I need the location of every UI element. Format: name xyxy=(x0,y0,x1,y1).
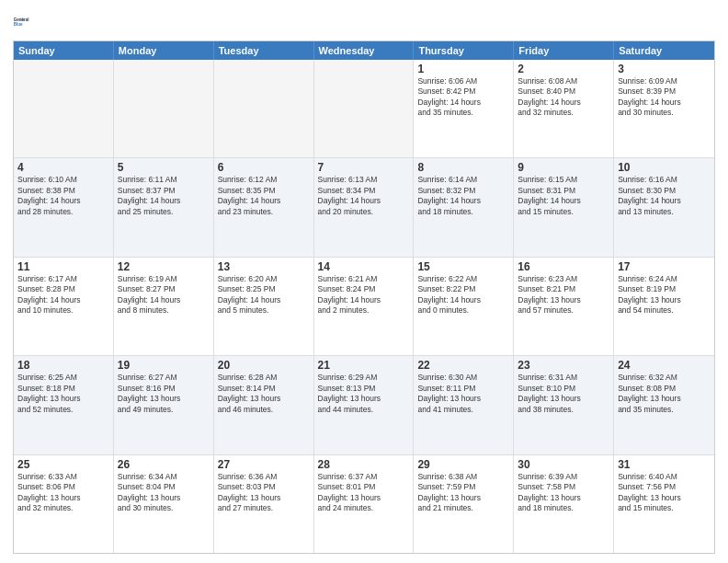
day-number: 21 xyxy=(318,359,410,372)
calendar: SundayMondayTuesdayWednesdayThursdayFrid… xyxy=(13,40,715,554)
calendar-cell: 16Sunrise: 6:23 AM Sunset: 8:21 PM Dayli… xyxy=(514,258,614,355)
day-info: Sunrise: 6:38 AM Sunset: 7:59 PM Dayligh… xyxy=(417,472,509,514)
day-of-week-header: Wednesday xyxy=(314,41,415,60)
calendar-cell: 25Sunrise: 6:33 AM Sunset: 8:06 PM Dayli… xyxy=(14,455,114,553)
day-number: 3 xyxy=(618,63,711,75)
calendar-cell: 29Sunrise: 6:38 AM Sunset: 7:59 PM Dayli… xyxy=(414,455,514,553)
day-number: 15 xyxy=(417,260,509,273)
day-number: 29 xyxy=(417,458,509,471)
calendar-cell: 19Sunrise: 6:27 AM Sunset: 8:16 PM Dayli… xyxy=(114,356,214,454)
day-info: Sunrise: 6:34 AM Sunset: 8:04 PM Dayligh… xyxy=(118,472,210,514)
calendar-row: 1Sunrise: 6:06 AM Sunset: 8:42 PM Daylig… xyxy=(14,60,714,158)
day-info: Sunrise: 6:39 AM Sunset: 7:58 PM Dayligh… xyxy=(518,472,609,514)
day-info: Sunrise: 6:11 AM Sunset: 8:37 PM Dayligh… xyxy=(118,175,210,217)
calendar-cell: 28Sunrise: 6:37 AM Sunset: 8:01 PM Dayli… xyxy=(314,455,415,553)
day-info: Sunrise: 6:10 AM Sunset: 8:38 PM Dayligh… xyxy=(17,175,109,217)
calendar-row: 18Sunrise: 6:25 AM Sunset: 8:18 PM Dayli… xyxy=(14,356,714,454)
day-number: 1 xyxy=(417,63,509,75)
calendar-cell: 23Sunrise: 6:31 AM Sunset: 8:10 PM Dayli… xyxy=(514,356,614,454)
day-number: 28 xyxy=(318,458,410,471)
day-info: Sunrise: 6:21 AM Sunset: 8:24 PM Dayligh… xyxy=(318,274,410,316)
day-of-week-header: Thursday xyxy=(414,41,514,60)
day-number: 5 xyxy=(118,161,210,174)
calendar-cell: 5Sunrise: 6:11 AM Sunset: 8:37 PM Daylig… xyxy=(114,158,214,256)
day-number: 25 xyxy=(17,458,109,471)
calendar-cell: 3Sunrise: 6:09 AM Sunset: 8:39 PM Daylig… xyxy=(614,60,714,157)
day-number: 30 xyxy=(518,458,609,471)
day-info: Sunrise: 6:13 AM Sunset: 8:34 PM Dayligh… xyxy=(318,175,410,217)
calendar-cell: 21Sunrise: 6:29 AM Sunset: 8:13 PM Dayli… xyxy=(314,356,415,454)
calendar-cell: 18Sunrise: 6:25 AM Sunset: 8:18 PM Dayli… xyxy=(14,356,114,454)
day-of-week-header: Friday xyxy=(514,41,614,60)
day-info: Sunrise: 6:27 AM Sunset: 8:16 PM Dayligh… xyxy=(118,373,210,415)
day-info: Sunrise: 6:20 AM Sunset: 8:25 PM Dayligh… xyxy=(218,274,310,316)
calendar-cell xyxy=(314,60,415,157)
calendar-cell: 6Sunrise: 6:12 AM Sunset: 8:35 PM Daylig… xyxy=(214,158,314,256)
logo: General Blue xyxy=(13,9,39,35)
day-info: Sunrise: 6:36 AM Sunset: 8:03 PM Dayligh… xyxy=(218,472,310,514)
day-info: Sunrise: 6:24 AM Sunset: 8:19 PM Dayligh… xyxy=(618,274,711,316)
calendar-cell: 15Sunrise: 6:22 AM Sunset: 8:22 PM Dayli… xyxy=(414,258,514,355)
day-info: Sunrise: 6:28 AM Sunset: 8:14 PM Dayligh… xyxy=(218,373,310,415)
day-number: 8 xyxy=(417,161,509,174)
calendar-cell: 30Sunrise: 6:39 AM Sunset: 7:58 PM Dayli… xyxy=(514,455,614,553)
page: General Blue SundayMondayTuesdayWednesda… xyxy=(0,0,728,563)
calendar-header: SundayMondayTuesdayWednesdayThursdayFrid… xyxy=(14,41,714,60)
day-info: Sunrise: 6:12 AM Sunset: 8:35 PM Dayligh… xyxy=(218,175,310,217)
calendar-cell: 22Sunrise: 6:30 AM Sunset: 8:11 PM Dayli… xyxy=(414,356,514,454)
day-of-week-header: Saturday xyxy=(614,41,714,60)
calendar-cell: 20Sunrise: 6:28 AM Sunset: 8:14 PM Dayli… xyxy=(214,356,314,454)
calendar-cell: 2Sunrise: 6:08 AM Sunset: 8:40 PM Daylig… xyxy=(514,60,614,157)
day-number: 20 xyxy=(218,359,310,372)
day-number: 23 xyxy=(518,359,609,372)
calendar-cell: 31Sunrise: 6:40 AM Sunset: 7:56 PM Dayli… xyxy=(614,455,714,553)
day-info: Sunrise: 6:23 AM Sunset: 8:21 PM Dayligh… xyxy=(518,274,609,316)
day-of-week-header: Sunday xyxy=(14,41,114,60)
day-info: Sunrise: 6:16 AM Sunset: 8:30 PM Dayligh… xyxy=(618,175,711,217)
calendar-cell xyxy=(114,60,214,157)
day-info: Sunrise: 6:37 AM Sunset: 8:01 PM Dayligh… xyxy=(318,472,410,514)
calendar-cell: 14Sunrise: 6:21 AM Sunset: 8:24 PM Dayli… xyxy=(314,258,415,355)
calendar-cell: 10Sunrise: 6:16 AM Sunset: 8:30 PM Dayli… xyxy=(614,158,714,256)
day-info: Sunrise: 6:40 AM Sunset: 7:56 PM Dayligh… xyxy=(618,472,711,514)
day-number: 31 xyxy=(618,458,711,471)
day-number: 27 xyxy=(218,458,310,471)
calendar-cell xyxy=(214,60,314,157)
day-info: Sunrise: 6:25 AM Sunset: 8:18 PM Dayligh… xyxy=(17,373,109,415)
calendar-row: 25Sunrise: 6:33 AM Sunset: 8:06 PM Dayli… xyxy=(14,455,714,553)
day-number: 2 xyxy=(518,63,609,75)
day-info: Sunrise: 6:09 AM Sunset: 8:39 PM Dayligh… xyxy=(618,76,711,119)
day-number: 9 xyxy=(518,161,609,174)
day-number: 13 xyxy=(218,260,310,273)
logo-icon: General Blue xyxy=(13,9,39,35)
day-of-week-header: Monday xyxy=(114,41,214,60)
calendar-body: 1Sunrise: 6:06 AM Sunset: 8:42 PM Daylig… xyxy=(14,60,714,553)
day-number: 18 xyxy=(17,359,109,372)
calendar-cell: 17Sunrise: 6:24 AM Sunset: 8:19 PM Dayli… xyxy=(614,258,714,355)
day-of-week-header: Tuesday xyxy=(214,41,314,60)
calendar-cell: 4Sunrise: 6:10 AM Sunset: 8:38 PM Daylig… xyxy=(14,158,114,256)
svg-text:Blue: Blue xyxy=(14,22,23,27)
day-number: 24 xyxy=(618,359,711,372)
day-number: 6 xyxy=(218,161,310,174)
day-info: Sunrise: 6:06 AM Sunset: 8:42 PM Dayligh… xyxy=(417,76,509,119)
day-info: Sunrise: 6:15 AM Sunset: 8:31 PM Dayligh… xyxy=(518,175,609,217)
day-info: Sunrise: 6:14 AM Sunset: 8:32 PM Dayligh… xyxy=(417,175,509,217)
day-info: Sunrise: 6:30 AM Sunset: 8:11 PM Dayligh… xyxy=(417,373,509,415)
day-number: 22 xyxy=(417,359,509,372)
day-number: 7 xyxy=(318,161,410,174)
day-info: Sunrise: 6:19 AM Sunset: 8:27 PM Dayligh… xyxy=(118,274,210,316)
day-number: 12 xyxy=(118,260,210,273)
calendar-cell: 13Sunrise: 6:20 AM Sunset: 8:25 PM Dayli… xyxy=(214,258,314,355)
day-info: Sunrise: 6:29 AM Sunset: 8:13 PM Dayligh… xyxy=(318,373,410,415)
day-info: Sunrise: 6:22 AM Sunset: 8:22 PM Dayligh… xyxy=(417,274,509,316)
day-number: 14 xyxy=(318,260,410,273)
calendar-row: 4Sunrise: 6:10 AM Sunset: 8:38 PM Daylig… xyxy=(14,158,714,257)
calendar-cell: 1Sunrise: 6:06 AM Sunset: 8:42 PM Daylig… xyxy=(414,60,514,157)
day-number: 10 xyxy=(618,161,711,174)
day-info: Sunrise: 6:32 AM Sunset: 8:08 PM Dayligh… xyxy=(618,373,711,415)
calendar-cell: 11Sunrise: 6:17 AM Sunset: 8:28 PM Dayli… xyxy=(14,258,114,355)
calendar-cell: 27Sunrise: 6:36 AM Sunset: 8:03 PM Dayli… xyxy=(214,455,314,553)
day-info: Sunrise: 6:31 AM Sunset: 8:10 PM Dayligh… xyxy=(518,373,609,415)
calendar-row: 11Sunrise: 6:17 AM Sunset: 8:28 PM Dayli… xyxy=(14,258,714,356)
